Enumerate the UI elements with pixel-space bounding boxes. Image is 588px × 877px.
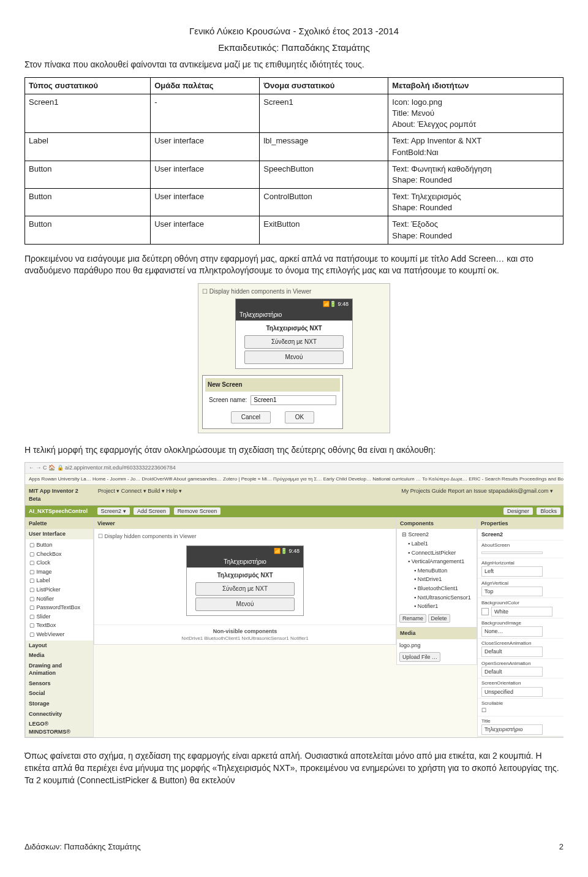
th-props: Μεταβολή ιδιοτήτων bbox=[388, 77, 564, 94]
th-type: Τύπος συστατικού bbox=[25, 77, 151, 94]
property-row[interactable]: AlignHorizontalLeft bbox=[478, 558, 564, 578]
screen-titlebar: Τηλεχειριστήριο bbox=[236, 309, 352, 321]
property-row[interactable]: AboutScreen bbox=[478, 540, 564, 558]
th-name: Όνομα συστατικού bbox=[260, 77, 388, 94]
table-cell: lbl_message bbox=[260, 133, 388, 161]
palette-group[interactable]: Social bbox=[26, 688, 93, 699]
palette-item[interactable]: ▢ Slider bbox=[26, 612, 93, 621]
connect-button[interactable]: Σύνδεση με NXT bbox=[244, 335, 344, 349]
upload-file-button[interactable]: Upload File … bbox=[399, 652, 440, 662]
component-table: Τύπος συστατικού Ομάδα παλέτας Όνομα συσ… bbox=[24, 77, 564, 245]
table-cell: User interface bbox=[151, 189, 260, 216]
nonvisible-list: NxtDrive1 BluetoothClient1 NxtUltrasonic… bbox=[94, 635, 396, 642]
component-tree-item[interactable]: ▪ Notifier1 bbox=[402, 602, 477, 611]
component-tree-item[interactable]: ▪ BluetoothClient1 bbox=[402, 584, 477, 593]
component-tree-item[interactable]: ▪ VerticalArrangement1 bbox=[402, 557, 477, 566]
th-group: Ομάδα παλέτας bbox=[151, 77, 260, 94]
palette-group[interactable]: LEGO® MINDSTORMS® bbox=[26, 719, 93, 737]
palette-group[interactable]: Storage bbox=[26, 699, 93, 709]
table-cell: Screen1 bbox=[25, 94, 151, 133]
viewer-menu-button[interactable]: Μενού bbox=[195, 598, 295, 611]
palette-item[interactable]: ▢ ListPicker bbox=[26, 585, 93, 594]
property-row[interactable]: BackgroundImageNone… bbox=[478, 618, 564, 638]
palette-item[interactable]: ▢ PasswordTextBox bbox=[26, 603, 93, 612]
new-screen-dialog: New Screen Screen name: Cancel OK bbox=[202, 375, 343, 429]
header-teacher: Εκπαιδευτικός: Παπαδάκης Σταμάτης bbox=[24, 41, 564, 54]
table-cell: Icon: logo.png Title: Μενού About: Έλεγχ… bbox=[388, 94, 564, 133]
property-row[interactable]: BackgroundColorWhite bbox=[478, 598, 564, 618]
viewer-chk-label[interactable]: Display hidden components in Viewer bbox=[105, 533, 197, 539]
viewer-head: Viewer bbox=[94, 518, 396, 530]
palette-item[interactable]: ▢ CheckBox bbox=[26, 550, 93, 559]
url-bar[interactable]: ← → C 🏠 🔒 ai2.appinventor.mit.edu/#60333… bbox=[25, 463, 564, 474]
blocks-button[interactable]: Blocks bbox=[537, 507, 560, 515]
components-panel: Components ⊟ Screen2▪ Label1▪ ConnectLis… bbox=[396, 517, 477, 665]
screen-dropdown[interactable]: Screen2 ▾ bbox=[97, 507, 130, 515]
table-cell: Button bbox=[25, 161, 151, 188]
screen-title-label: Τηλεχειρισμός NXT bbox=[238, 324, 350, 333]
appinv-top-right[interactable]: My Projects Guide Report an Issue stpapa… bbox=[401, 487, 553, 503]
viewer-titlebar: Τηλεχειριστήριο bbox=[187, 556, 303, 568]
palette-item[interactable]: ▢ Image bbox=[26, 568, 93, 577]
palette-group[interactable]: Drawing and Animation bbox=[26, 661, 93, 678]
palette-head: Palette bbox=[26, 518, 93, 530]
designer-button[interactable]: Designer bbox=[503, 507, 533, 515]
dialog-ok-button[interactable]: OK bbox=[285, 411, 314, 423]
page-footer: Διδάσκων: Παπαδάκης Σταμάτης 2 bbox=[24, 841, 564, 852]
footer-right: 2 bbox=[559, 841, 564, 852]
property-row[interactable]: AlignVerticalTop bbox=[478, 578, 564, 598]
add-screen-button[interactable]: Add Screen bbox=[134, 507, 170, 515]
properties-subject: Screen2 bbox=[478, 529, 564, 540]
palette-item[interactable]: ▢ WebViewer bbox=[26, 630, 93, 639]
palette-item[interactable]: ▢ Clock bbox=[26, 558, 93, 568]
component-tree-item[interactable]: ▪ MenuButton bbox=[402, 566, 477, 575]
palette-group[interactable]: Layout bbox=[26, 640, 93, 651]
table-cell: SpeechButton bbox=[260, 161, 388, 188]
palette-group[interactable]: Sensors bbox=[26, 678, 93, 689]
table-cell: Button bbox=[25, 189, 151, 216]
palette-item[interactable]: ▢ Notifier bbox=[26, 594, 93, 604]
components-head: Components bbox=[397, 518, 477, 530]
component-tree-item[interactable]: ▪ NxtUltrasonicSensor1 bbox=[402, 593, 477, 602]
table-cell: Text: Έξοδος Shape: Rounded bbox=[388, 216, 564, 244]
palette-item[interactable]: ▢ TextBox bbox=[26, 621, 93, 630]
table-cell: Text: Φωνητική καθοδήγηση Shape: Rounded bbox=[388, 161, 564, 188]
dialog-label: Screen name: bbox=[209, 396, 247, 404]
palette-group[interactable]: Connectivity bbox=[26, 709, 93, 719]
media-file[interactable]: logo.png bbox=[399, 642, 474, 650]
delete-button[interactable]: Delete bbox=[428, 614, 450, 623]
remove-screen-button[interactable]: Remove Screen bbox=[174, 507, 221, 515]
dialog-title: New Screen bbox=[205, 378, 340, 392]
table-cell: Label bbox=[25, 133, 151, 161]
rename-button[interactable]: Rename bbox=[399, 614, 426, 623]
palette-category[interactable]: User Interface bbox=[26, 529, 93, 539]
properties-head: Properties bbox=[478, 518, 564, 530]
palette-group[interactable]: Media bbox=[26, 650, 93, 661]
component-tree-item[interactable]: ⊟ Screen2 bbox=[402, 530, 477, 539]
phone-status: 📶🔋 9:48 bbox=[236, 299, 352, 309]
project-name: AI_NXTSpeechControl bbox=[29, 508, 88, 514]
palette-item[interactable]: ▢ Button bbox=[26, 541, 93, 550]
component-tree-item[interactable]: ▪ Label1 bbox=[402, 539, 477, 549]
appinv-top-menu[interactable]: Project ▾ Connect ▾ Build ▾ Help ▾ bbox=[98, 487, 183, 503]
bookmarks-bar[interactable]: Apps Rowan University La… Home - Joomm -… bbox=[25, 474, 564, 485]
checkbox-display-hidden[interactable]: ☐ Display hidden components in Viewer bbox=[202, 287, 386, 296]
table-cell: ControlButton bbox=[260, 189, 388, 216]
table-cell: ExitButton bbox=[260, 216, 388, 244]
paragraph-final-form: Η τελική μορφή της εφαρμογής όταν ολοκλη… bbox=[24, 444, 564, 457]
property-row[interactable]: TitleΤηλεχειριστήριο bbox=[478, 716, 564, 736]
component-tree-item[interactable]: ▪ ConnectListPicker bbox=[402, 549, 477, 558]
intro-paragraph: Στον πίνακα που ακολουθεί φαίνονται τα α… bbox=[24, 59, 564, 71]
component-tree-item[interactable]: ▪ NxtDrive1 bbox=[402, 575, 477, 584]
table-cell: - bbox=[151, 94, 260, 133]
menu-button[interactable]: Μενού bbox=[244, 351, 344, 364]
property-row[interactable]: OpenScreenAnimationDefault bbox=[478, 658, 564, 678]
table-cell: Button bbox=[25, 216, 151, 244]
property-row[interactable]: Scrollable☐ bbox=[478, 698, 564, 716]
screen-name-input[interactable] bbox=[251, 395, 336, 405]
property-row[interactable]: ScreenOrientationUnspecified bbox=[478, 678, 564, 698]
dialog-cancel-button[interactable]: Cancel bbox=[231, 411, 271, 423]
viewer-connect-button[interactable]: Σύνδεση με NXT bbox=[195, 582, 295, 596]
property-row[interactable]: CloseScreenAnimationDefault bbox=[478, 638, 564, 658]
palette-item[interactable]: ▢ Label bbox=[26, 576, 93, 585]
